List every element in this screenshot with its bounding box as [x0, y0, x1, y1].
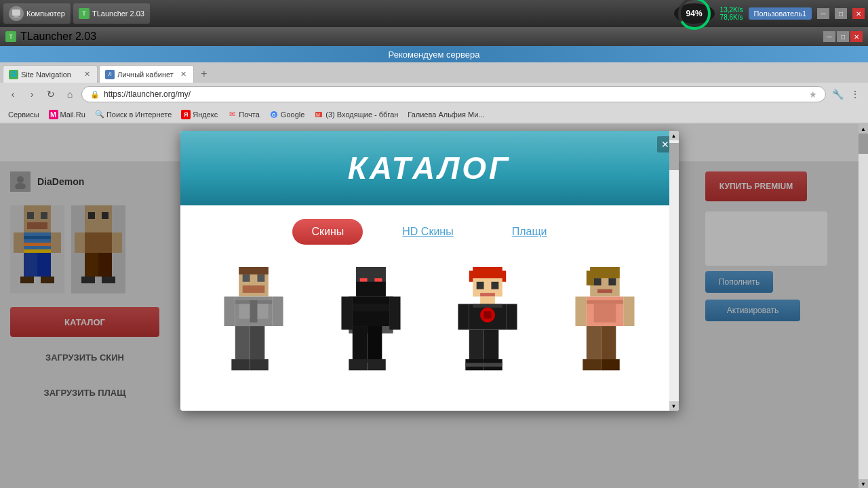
svg-rect-46 [235, 326, 250, 359]
svg-rect-88 [608, 278, 616, 285]
main-scrollbar[interactable]: ▲ ▼ [859, 124, 868, 488]
svg-rect-82 [466, 363, 484, 366]
net-up: 78,6K/s [720, 14, 743, 21]
new-tab-btn[interactable]: + [195, 65, 213, 83]
modal-scroll-up[interactable]: ▲ [669, 131, 679, 140]
svg-rect-83 [484, 363, 502, 366]
win-minimize[interactable]: ─ [823, 31, 835, 42]
svg-rect-71 [480, 296, 495, 304]
chrome-menu-btn[interactable]: ⋮ [848, 87, 863, 102]
svg-rect-60 [353, 326, 368, 363]
svg-rect-70 [480, 293, 495, 296]
svg-rect-1 [14, 16, 18, 17]
maximize-btn[interactable]: □ [835, 8, 847, 19]
mailru-icon: M [49, 110, 58, 119]
tab-cabinet-close[interactable]: ✕ [178, 70, 188, 79]
tab-cloaks[interactable]: Плащи [493, 219, 566, 245]
svg-rect-61 [367, 326, 382, 363]
bookmark-search[interactable]: 🔍 Поиск в Интернете [91, 108, 176, 121]
recommend-text: Рекомендуем сервера [389, 49, 480, 60]
back-btn[interactable]: ‹ [5, 87, 20, 102]
tab-bar: 🌐 Site Navigation ✕ Л Личный кабинет ✕ + [0, 62, 868, 83]
user-label: Пользователь1 [754, 9, 807, 18]
svg-rect-97 [583, 359, 601, 370]
tlauncher-titlebar: T TLauncher 2.03 ─ □ ✕ [0, 27, 868, 46]
svg-rect-96 [601, 326, 616, 359]
modal-scroll-down[interactable]: ▼ [669, 401, 679, 411]
tab-navigation[interactable]: 🌐 Site Navigation ✕ [3, 65, 98, 83]
bookmark-google-label: Google [281, 110, 304, 119]
user-button[interactable]: Пользователь1 [749, 7, 812, 20]
computer-label: Компьютер [26, 9, 65, 18]
svg-rect-89 [597, 289, 612, 292]
skin-card-3[interactable] [440, 262, 535, 397]
taskbar-tlauncher[interactable]: T TLauncher 2.03 [73, 3, 150, 24]
tlauncher-taskbar-label: TLauncher 2.03 [92, 9, 144, 18]
svg-text:M: M [316, 113, 320, 117]
scroll-track[interactable] [859, 134, 868, 479]
taskbar-computer[interactable]: Компьютер [3, 3, 71, 24]
svg-rect-78 [469, 329, 484, 363]
tab-cabinet[interactable]: Л Личный кабинет ✕ [99, 65, 194, 83]
forward-btn[interactable]: › [24, 87, 39, 102]
tab-nav-favicon: 🌐 [9, 70, 18, 79]
svg-rect-0 [12, 9, 20, 16]
window-controls: ─ □ ✕ [823, 31, 863, 42]
windows-taskbar: Компьютер T TLauncher 2.03 94% 13,2K/s 7… [0, 0, 868, 27]
bookmark-google[interactable]: G Google [265, 108, 309, 121]
bookmark-yandex[interactable]: Я Яндекс [177, 108, 222, 121]
search-icon: 🔍 [95, 110, 104, 119]
browser-right-icons: 🔧 ⋮ [830, 87, 863, 102]
tab-cabinet-favicon: Л [105, 70, 115, 79]
url-text: https://tlauncher.org/my/ [104, 89, 191, 99]
svg-rect-44 [224, 296, 235, 326]
svg-rect-68 [477, 281, 484, 289]
tab-nav-label: Site Navigation [21, 70, 71, 79]
scroll-thumb[interactable] [859, 134, 868, 154]
svg-rect-62 [349, 359, 367, 370]
bookmark-galieva[interactable]: Галиева Альфия Ми... [403, 109, 488, 120]
extensions-btn[interactable]: 🔧 [830, 87, 845, 102]
svg-text:G: G [272, 113, 276, 117]
skin-card-1[interactable] [206, 262, 301, 397]
home-btn[interactable]: ⌂ [62, 87, 77, 102]
bookmark-services-label: Сервисы [8, 110, 39, 119]
win-close[interactable]: ✕ [850, 31, 863, 42]
modal-overlay[interactable]: КАТАЛОГ ✕ Скины HD Скины Плащи [0, 124, 859, 488]
tlauncher-window-icon: T [5, 31, 16, 42]
scroll-up-btn[interactable]: ▲ [859, 124, 868, 134]
bookmark-inbox[interactable]: M (3) Входящие - ббган [310, 108, 402, 121]
tab-nav-close[interactable]: ✕ [82, 70, 92, 79]
svg-rect-77 [506, 304, 517, 329]
minimize-btn[interactable]: ─ [817, 8, 829, 19]
modal-scrollbar[interactable]: ▲ ▼ [669, 131, 679, 411]
svg-rect-37 [258, 274, 265, 281]
catalog-modal: КАТАЛОГ ✕ Скины HD Скины Плащи [180, 131, 679, 411]
net-down: 13,2K/s [720, 6, 743, 14]
address-bar: ‹ › ↻ ⌂ 🔒 https://tlauncher.org/my/ ★ 🔧 … [0, 83, 868, 106]
tab-skins[interactable]: Скины [292, 219, 363, 245]
taskbar-close-btn[interactable]: ✕ [852, 8, 865, 19]
win-maximize[interactable]: □ [837, 31, 849, 42]
svg-rect-76 [458, 304, 469, 329]
svg-rect-52 [359, 278, 367, 281]
inbox-icon: M [314, 110, 323, 119]
skin-card-4[interactable] [557, 262, 652, 397]
refresh-btn[interactable]: ↻ [43, 87, 58, 102]
svg-rect-39 [239, 267, 269, 274]
star-icon: ★ [809, 89, 817, 100]
bookmark-mail[interactable]: ✉ Почта [223, 108, 264, 121]
bookmark-mailru[interactable]: M Mail.Ru [45, 108, 90, 121]
taskbar-right: 94% 13,2K/s 78,6K/s Пользователь1 ─ □ ✕ [674, 3, 865, 24]
cpu-percent: 94% [686, 9, 703, 18]
catalog-title: КАТАЛОГ [348, 150, 511, 186]
modal-scroll-thumb[interactable] [669, 143, 679, 170]
tab-hd-skins[interactable]: HD Скины [383, 219, 472, 245]
url-field[interactable]: 🔒 https://tlauncher.org/my/ ★ [81, 86, 826, 102]
recommend-banner[interactable]: Рекомендуем сервера [0, 46, 868, 62]
bookmarks-bar: Сервисы M Mail.Ru 🔍 Поиск в Интернете Я … [0, 106, 868, 123]
svg-rect-73 [473, 304, 502, 307]
bookmark-services[interactable]: Сервисы [4, 109, 43, 120]
skin-card-2[interactable] [323, 262, 418, 397]
scroll-down-btn[interactable]: ▼ [859, 479, 868, 488]
